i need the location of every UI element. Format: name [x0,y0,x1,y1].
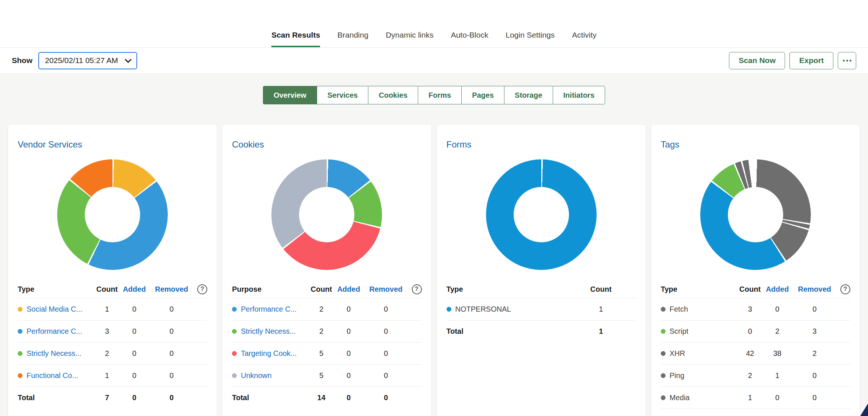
legend-dot [18,351,22,356]
legend-dot [232,351,237,356]
forms-donut [486,159,597,270]
subtab-cookies[interactable]: Cookies [368,86,418,104]
row-link[interactable]: Targeting Cook... [241,349,296,358]
table-total-row: Total 7 0 0 [18,386,207,409]
col-removed[interactable]: Removed [793,285,836,294]
table-row: Media 1 0 0 [661,386,850,409]
col-added[interactable]: Added [333,285,364,294]
table-row: Functional Co... 1 0 0 [18,364,207,386]
cookies-table: Purpose Count Added Removed ? Performanc… [232,280,421,409]
legend-dot [661,395,666,400]
table-total-row: Total 14 0 0 [232,386,421,409]
table-row: NOTPERSONAL 1 [447,298,636,320]
table-header: Purpose Count Added Removed ? [232,280,421,298]
export-button[interactable]: Export [789,52,833,69]
col-type: Type [661,285,738,294]
legend-dot [661,307,666,312]
overview-cards: Vendor Services Type Count Added Removed… [0,104,868,416]
tab-activity[interactable]: Activity [572,31,597,47]
tags-donut [700,159,811,270]
table-row: Targeting Cook... 5 0 0 [232,342,421,364]
chevron-down-icon [125,56,131,63]
row-label: Fetch [670,305,688,313]
table-row: XHR 42 38 2 [661,342,850,364]
subtab-services[interactable]: Services [317,86,368,104]
more-actions-button[interactable] [838,52,856,69]
results-subtab-group: Overview Services Cookies Forms Pages St… [0,86,868,104]
tab-login-settings[interactable]: Login Settings [506,31,555,47]
card-title: Tags [661,139,850,150]
col-added[interactable]: Added [762,285,793,294]
table-row: Strictly Necess... 2 0 0 [18,342,207,364]
tab-list: Scan Results Branding Dynamic links Auto… [271,31,597,47]
subtab-initiators[interactable]: Initiators [553,86,605,104]
scan-date-dropdown[interactable]: 2025/02/11 05:27 AM [38,52,137,69]
table-row: Social Media C... 1 0 0 [18,298,207,320]
col-purpose: Purpose [232,285,309,294]
table-row: Fetch 3 0 0 [661,298,850,320]
tab-auto-block[interactable]: Auto-Block [451,31,489,47]
row-link[interactable]: Functional Co... [27,371,78,380]
cookies-chart [232,154,421,275]
row-label: Media [670,394,690,402]
tab-branding[interactable]: Branding [337,31,368,47]
col-count: Count [566,285,636,294]
vendor-services-chart [18,154,207,275]
row-link[interactable]: Performance C... [241,305,296,313]
cookies-card: Cookies Purpose Count Added Removed ? Pe… [222,125,431,416]
subtab-storage[interactable]: Storage [504,86,553,104]
row-link[interactable]: Unknown [241,371,271,380]
table-row: Performance C... 3 0 0 [18,320,207,342]
col-count: Count [95,285,119,294]
subtab-forms[interactable]: Forms [418,86,462,104]
legend-dot [232,373,237,378]
tags-card: Tags Type Count Added Removed ? Fetch 3 … [651,125,860,416]
legend-dot [447,307,451,312]
legend-dot [661,329,666,334]
help-icon[interactable]: ? [412,284,422,294]
row-label: Script [670,327,688,336]
table-total-row: Total 1 [447,320,636,342]
legend-dot [232,307,237,312]
table-row: Script 0 2 3 [661,320,850,342]
top-tab-bar: Scan Results Branding Dynamic links Auto… [0,0,868,48]
scan-date-value: 2025/02/11 05:27 AM [45,56,123,65]
vendor-services-card: Vendor Services Type Count Added Removed… [8,125,217,416]
tab-scan-results[interactable]: Scan Results [271,31,320,47]
show-label: Show [12,56,32,65]
row-label: Ping [670,371,684,380]
cookies-donut [271,159,382,270]
legend-dot [18,307,22,312]
col-count: Count [310,285,333,294]
scan-toolbar: Show 2025/02/11 05:27 AM Scan Now Export [0,48,868,74]
help-icon[interactable]: ? [840,284,850,294]
table-header: Type Count [447,280,636,298]
forms-chart [447,154,636,275]
vendor-services-donut [57,159,168,270]
table-header: Type Count Added Removed ? [18,280,207,298]
col-count: Count [738,285,762,294]
table-row: Performance C... 2 0 0 [232,298,421,320]
tab-dynamic-links[interactable]: Dynamic links [386,31,434,47]
help-icon[interactable]: ? [197,284,207,294]
col-removed[interactable]: Removed [364,285,408,294]
legend-dot [232,329,237,334]
col-type: Type [18,285,95,294]
scan-results-content: Overview Services Cookies Forms Pages St… [0,74,868,416]
row-link[interactable]: Strictly Necess... [27,349,81,358]
table-header: Type Count Added Removed ? [661,280,850,298]
subtab-overview[interactable]: Overview [263,86,317,104]
row-label: XHR [670,349,685,358]
col-added[interactable]: Added [119,285,150,294]
col-removed[interactable]: Removed [150,285,193,294]
subtab-pages[interactable]: Pages [461,86,504,104]
forms-card: Forms Type Count NOTPERSONAL 1 Total 1 [437,125,646,416]
legend-dot [18,329,22,334]
legend-dot [18,373,22,378]
scan-now-button[interactable]: Scan Now [729,52,785,69]
row-link[interactable]: Social Media C... [27,305,82,313]
table-row: Unknown 5 0 0 [232,364,421,386]
row-link[interactable]: Strictly Necess... [241,327,296,336]
forms-table: Type Count NOTPERSONAL 1 Total 1 [447,280,636,342]
row-link[interactable]: Performance C... [27,327,82,336]
